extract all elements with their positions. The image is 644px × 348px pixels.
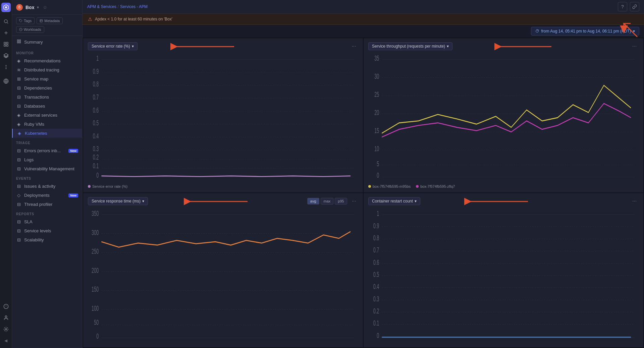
legend-item-error-rate: Service error rate (%) (88, 184, 127, 188)
svg-text:50: 50 (94, 318, 99, 327)
sidebar-item-issues-activity[interactable]: ⊟ Issues & activity (12, 182, 82, 191)
workloads-button[interactable]: Workloads (16, 26, 44, 33)
error-rate-menu-btn[interactable]: ··· (350, 43, 358, 50)
sidebar-item-dependencies[interactable]: ⊟ Dependencies (12, 83, 82, 93)
container-restart-menu-btn[interactable]: ··· (630, 197, 639, 205)
error-rate-legend: Service error rate (%) (88, 184, 358, 188)
service-throughput-label: Service throughput (requests per minute) (372, 44, 445, 49)
service-throughput-title-btn[interactable]: Service throughput (requests per minute)… (368, 42, 452, 50)
sidebar-item-scalability[interactable]: ⊟ Scalability (12, 235, 82, 244)
svg-point-19 (5, 329, 7, 330)
response-time-menu-btn[interactable]: ··· (350, 197, 358, 205)
kubernetes-icon: ◈ (17, 131, 22, 136)
sidebar-item-recommendations[interactable]: ◈ Recommendations (12, 56, 82, 65)
sidebar-item-ruby-vms[interactable]: ◈ Ruby VMs (12, 120, 82, 129)
chart-service-error-rate: Service error rate (%) ▾ ··· 1 0.9 0.8 0… (83, 38, 363, 192)
p95-button[interactable]: p95 (335, 198, 347, 205)
service-error-rate-title-btn[interactable]: Service error rate (%) ▾ (88, 42, 138, 50)
sidebar-item-kubernetes[interactable]: ◈ Kubernetes (12, 129, 82, 138)
svg-text:0.3: 0.3 (93, 145, 99, 153)
rail-dots-icon[interactable] (1, 62, 11, 72)
chart-area-container-restart: 1 0.9 0.8 0.7 0.6 0.5 0.4 0.3 0.2 0.1 0 (368, 208, 639, 343)
svg-text:250: 250 (92, 247, 99, 256)
alert-text: Apdex < 1.0 for at least 60 minutes on '… (95, 17, 172, 21)
time-range-icon: ⏱ (535, 29, 539, 34)
sidebar-item-service-levels[interactable]: ⊟ Service levels (12, 226, 82, 235)
breadcrumb-services-apm[interactable]: Services - APM (120, 4, 148, 9)
container-restart-title-btn[interactable]: Container restart count ▾ (368, 197, 420, 205)
svg-text:1: 1 (96, 54, 99, 62)
rail-alert-icon[interactable] (1, 302, 11, 311)
sidebar-item-logs[interactable]: ⊟ Logs (12, 155, 82, 164)
rail-add-icon[interactable] (1, 28, 11, 38)
chevron-container-restart: ▾ (415, 199, 417, 204)
error-rate-svg: 1 0.9 0.8 0.7 0.6 0.5 0.4 0.3 0.2 0.1 0 (88, 53, 358, 182)
sidebar-item-label: Errors (errors inb... (24, 148, 61, 153)
sidebar-item-deployments[interactable]: ◇ Deployments New (12, 191, 82, 200)
throughput-menu-btn[interactable]: ··· (630, 43, 639, 50)
sidebar-item-label: Distributed tracing (24, 67, 59, 72)
svg-text:100: 100 (92, 304, 99, 312)
time-range-chevron: ▾ (633, 29, 635, 34)
alert-icon: ⚠ (88, 16, 92, 22)
avg-button[interactable]: avg (307, 198, 319, 205)
section-label-monitor: MONITOR (12, 48, 82, 56)
recommendations-icon: ◈ (16, 58, 21, 63)
external-services-icon: ◈ (16, 113, 21, 118)
svg-point-0 (5, 6, 7, 8)
sidebar-item-label: Thread profiler (24, 202, 53, 207)
breadcrumb-apm-services[interactable]: APM & Services (87, 4, 116, 9)
sidebar-item-transactions[interactable]: ⊟ Transactions (12, 93, 82, 102)
service-response-time-title-btn[interactable]: Service response time (ms) ▾ (88, 197, 148, 205)
breadcrumb: APM & Services / Services - APM (87, 4, 148, 9)
topbar-actions: ? (618, 2, 639, 11)
svg-text:0.1: 0.1 (373, 319, 379, 328)
svg-rect-21 (40, 19, 43, 22)
transactions-icon: ⊟ (16, 95, 21, 100)
sidebar-item-service-map[interactable]: ⊞ Service map (12, 74, 82, 83)
sidebar-item-errors[interactable]: ⊟ Errors (errors inb... New (12, 146, 82, 155)
svg-text:0.8: 0.8 (373, 234, 379, 242)
chevron-throughput: ▾ (447, 44, 449, 49)
sidebar-item-thread-profiler[interactable]: ⊟ Thread profiler (12, 200, 82, 209)
svg-text:350: 350 (92, 210, 99, 218)
help-button[interactable]: ? (618, 2, 627, 11)
time-range-button[interactable]: ⏱ from Aug 14, 05:41 pm to Aug 14, 06:11… (531, 27, 639, 36)
rail-grid-icon[interactable] (1, 40, 11, 49)
svg-point-18 (5, 316, 7, 317)
response-time-svg: 350 300 250 200 150 100 50 0 (88, 208, 358, 343)
app-logo[interactable] (1, 3, 11, 12)
sidebar-item-vulnerability[interactable]: ⊟ Vulnerability Management (12, 164, 82, 173)
rail-globe-icon[interactable] (1, 76, 11, 86)
rail-user-icon[interactable] (1, 313, 11, 323)
metadata-button[interactable]: Metadata (37, 17, 63, 24)
svg-text:0.4: 0.4 (373, 283, 379, 291)
sidebar-item-sla[interactable]: ⊟ SLA (12, 217, 82, 226)
time-range-label: from Aug 14, 05:41 pm to Aug 14, 06:11 p… (541, 29, 631, 34)
max-button[interactable]: max (321, 198, 334, 205)
svg-text:0.3: 0.3 (373, 295, 379, 303)
svg-text:30: 30 (374, 72, 379, 80)
sidebar-item-distributed-tracing[interactable]: ≋ Distributed tracing (12, 65, 82, 74)
svg-rect-6 (6, 42, 8, 44)
svg-text:200: 200 (92, 266, 99, 275)
sidebar-item-label: Summary (24, 40, 43, 45)
service-chevron[interactable]: ▾ (37, 5, 39, 10)
rail-layers-icon[interactable] (1, 51, 11, 60)
svg-text:15: 15 (374, 127, 379, 135)
service-star[interactable]: ☆ (43, 5, 47, 10)
sidebar-item-label: Kubernetes (25, 131, 47, 136)
rail-settings-icon[interactable] (1, 325, 11, 334)
sidebar-item-databases[interactable]: ⊟ Databases (12, 102, 82, 111)
sidebar-item-label: Ruby VMs (24, 122, 44, 127)
sla-icon: ⊟ (16, 219, 21, 224)
svg-text:0: 0 (96, 332, 99, 340)
legend-dot-m95bs (368, 185, 371, 188)
tags-button[interactable]: Tags (16, 17, 35, 24)
rail-search-icon[interactable] (1, 17, 11, 26)
link-button[interactable] (630, 2, 639, 11)
rail-collapse-icon[interactable]: ◀ (1, 336, 11, 345)
sidebar-item-summary[interactable]: Summary (12, 37, 82, 47)
chart-header-container-restart: Container restart count ▾ ··· (368, 197, 639, 205)
sidebar-item-external-services[interactable]: ◈ External services (12, 111, 82, 120)
